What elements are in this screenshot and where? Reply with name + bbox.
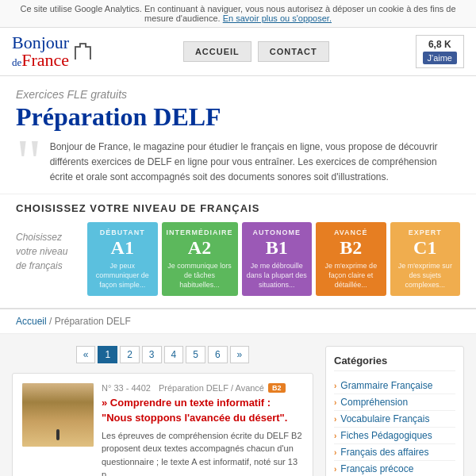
levels: Débutant A1 Je peux communiquer de façon… (87, 222, 460, 297)
quote-mark: " (16, 140, 42, 186)
left-column: «123456» N° 33 - 4402 Préparation DELF /… (12, 346, 313, 476)
hero-description: Bonjour de France, le magazine pour étud… (50, 140, 460, 186)
pagination-page-5[interactable]: 5 (186, 346, 205, 363)
category-label: Grammaire Française (340, 380, 432, 391)
level-card-b2[interactable]: Avancé B2 Je m'exprime de façon claire e… (316, 222, 386, 297)
eiffel-icon: ⛫ (73, 38, 97, 65)
sidebar-item[interactable]: ›Français des affaires (334, 444, 455, 461)
level-badge: B2 (268, 383, 286, 393)
hero-section: Exercices FLE gratuits Préparation DELF … (0, 76, 476, 194)
level-title: Choisissez votre niveau de français (16, 202, 460, 214)
level-code-b1: B1 (247, 236, 308, 259)
article-thumbnail (22, 383, 94, 447)
cookie-bar: Ce site utilise Google Analytics. En con… (0, 0, 476, 28)
level-desc-b1: Je me débrouille dans la plupart des sit… (247, 262, 308, 290)
sidebar-item[interactable]: ›Compréhension (334, 394, 455, 411)
nav-contact-button[interactable]: CONTACT (258, 41, 329, 62)
main-content: «123456» N° 33 - 4402 Préparation DELF /… (0, 334, 476, 476)
category-label: Français précoce (340, 463, 413, 474)
article-body: N° 33 - 4402 Préparation DELF / Avancé B… (102, 383, 303, 476)
breadcrumb: Accueil / Préparation DELF (0, 309, 476, 334)
level-code-a1: A1 (92, 236, 153, 259)
categories-box: Catégories ›Grammaire Française›Compréhe… (325, 346, 464, 476)
level-card-b1[interactable]: Autonome B1 Je me débrouille dans la plu… (242, 222, 313, 297)
pagination-page-4[interactable]: 4 (164, 346, 184, 363)
level-code-b2: B2 (321, 236, 382, 259)
chevron-icon: › (334, 465, 336, 474)
pagination-page-6[interactable]: 6 (208, 346, 228, 363)
categories-list: ›Grammaire Française›Compréhension›Vocab… (334, 378, 455, 476)
level-label-a1: Débutant (92, 228, 153, 236)
levels-container: Choisissez votre niveau de français Débu… (16, 222, 460, 297)
nav-accueil-button[interactable]: ACCUEIL (183, 41, 251, 62)
pagination-page-2[interactable]: 2 (120, 346, 140, 363)
article-title: » Comprendre un texte informatif : "Nous… (102, 396, 303, 424)
category-label: Français des affaires (340, 447, 428, 458)
categories-title: Catégories (334, 355, 455, 371)
article-card: N° 33 - 4402 Préparation DELF / Avancé B… (12, 373, 313, 476)
chevron-icon: › (334, 415, 336, 424)
category-label: Vocabulaire Français (340, 413, 429, 424)
chevron-icon: › (334, 432, 336, 440)
level-card-a1[interactable]: Débutant A1 Je peux communiquer de façon… (87, 222, 158, 297)
level-code-c1: C1 (395, 236, 456, 259)
pagination-next[interactable]: » (230, 346, 250, 363)
header: Bonjour deFrance ⛫ ACCUEIL CONTACT 6,8 K… (0, 28, 476, 76)
logo[interactable]: Bonjour deFrance ⛫ (12, 34, 97, 69)
article-link[interactable]: » Comprendre un texte informatif : "Nous… (102, 397, 287, 423)
level-label-b1: Autonome (247, 228, 308, 236)
level-desc-a1: Je peux communiquer de façon simple... (92, 262, 153, 290)
level-desc-b2: Je m'exprime de façon claire et détaillé… (321, 262, 382, 290)
chevron-icon: › (334, 382, 336, 390)
article-excerpt: Les épreuves de compréhension écrite du … (102, 429, 303, 476)
level-label-b2: Avancé (321, 228, 382, 236)
chevron-icon: › (334, 398, 336, 407)
pagination: «123456» (12, 346, 313, 363)
hero-title: Préparation DELF (16, 102, 460, 132)
level-code-a2: A2 (167, 236, 233, 259)
desert-image (22, 383, 94, 447)
pagination-page-1[interactable]: 1 (98, 346, 117, 363)
breadcrumb-home[interactable]: Accueil (16, 316, 47, 327)
right-sidebar: Catégories ›Grammaire Française›Compréhe… (325, 346, 464, 476)
level-label-c1: Expert (395, 228, 456, 236)
level-section: Choisissez votre niveau de français Choi… (0, 194, 476, 310)
chevron-icon: › (334, 448, 336, 457)
like-button[interactable]: J'aime (423, 52, 457, 64)
article-number: N° 33 - 4402 (102, 383, 151, 393)
category-label: Compréhension (340, 397, 408, 408)
hero-subtitle: Exercices FLE gratuits (16, 88, 460, 101)
like-box: 6,8 K J'aime (416, 35, 464, 68)
sidebar-item[interactable]: ›Fiches Pédagogiques (334, 428, 455, 444)
pagination-page-3[interactable]: 3 (142, 346, 162, 363)
sidebar-item[interactable]: ›Vocabulaire Français (334, 411, 455, 428)
breadcrumb-current: Préparation DELF (55, 316, 131, 327)
choose-text: Choisissez votre niveau de français (16, 230, 87, 273)
logo-text: Bonjour deFrance (12, 34, 69, 69)
sidebar-item[interactable]: ›Grammaire Française (334, 378, 455, 394)
level-desc-a2: Je communique lors de tâches habituelles… (167, 262, 233, 290)
level-desc-c1: Je m'exprime sur des sujets complexes... (395, 262, 456, 290)
level-card-a2[interactable]: Intermédiaire A2 Je communique lors de t… (162, 222, 238, 297)
sidebar-item[interactable]: ›Français précoce (334, 461, 455, 476)
pagination-prev[interactable]: « (76, 346, 96, 363)
nav-buttons: ACCUEIL CONTACT (113, 41, 399, 62)
level-card-c1[interactable]: Expert C1 Je m'exprime sur des sujets co… (390, 222, 461, 297)
hero-content: " Bonjour de France, le magazine pour ét… (16, 140, 460, 186)
level-label-a2: Intermédiaire (167, 228, 233, 236)
article-category: Préparation DELF / Avancé (159, 383, 264, 393)
article-meta: N° 33 - 4402 Préparation DELF / Avancé B… (102, 383, 303, 393)
figure-decoration (56, 429, 60, 440)
category-label: Fiches Pédagogiques (340, 430, 432, 441)
cookie-link[interactable]: En savoir plus ou s'opposer. (223, 13, 332, 23)
like-count: 6,8 K (423, 39, 457, 50)
breadcrumb-separator: / (49, 316, 52, 327)
